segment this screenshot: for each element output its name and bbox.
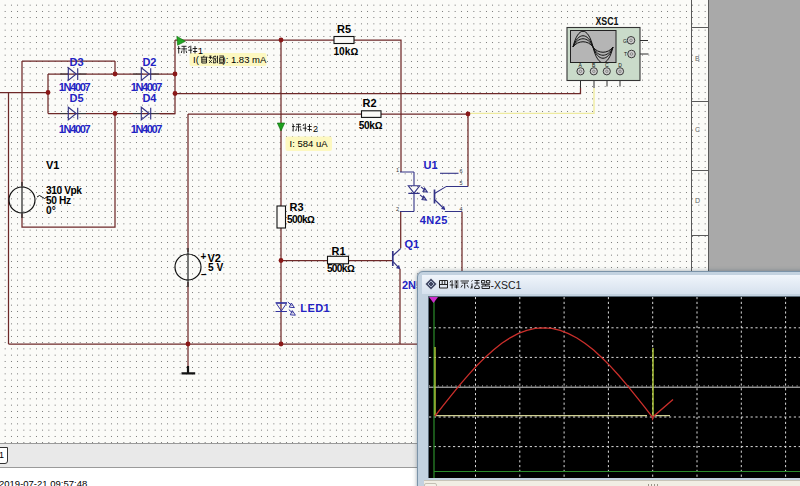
svg-text:D5: D5 [70,92,84,104]
svg-text:R5: R5 [337,23,351,35]
svg-text:4: 4 [460,206,463,212]
svg-text:): 1.83 mA: ): 1.83 mA [223,54,267,65]
svg-text:1: 1 [396,167,399,173]
svg-text:D: D [618,62,622,68]
svg-text:T: T [624,51,627,57]
svg-text:R2: R2 [363,97,377,109]
svg-text:500kΩ: 500kΩ [287,214,315,225]
svg-text:-XSC1: -XSC1 [491,279,522,291]
svg-text:50kΩ: 50kΩ [359,120,383,131]
svg-text:R3: R3 [290,201,304,213]
svg-text:1N4007: 1N4007 [131,123,163,135]
svg-text:V1: V1 [46,159,59,171]
svg-text:1N4007: 1N4007 [59,81,91,93]
svg-text:2: 2 [396,206,399,212]
svg-text:I: 584 uA: I: 584 uA [290,138,329,149]
svg-text:+: + [201,251,207,262]
svg-text:U1: U1 [424,159,438,171]
svg-text:2: 2 [313,124,318,134]
svg-text:C: C [605,62,609,68]
svg-text:0°: 0° [46,205,56,216]
svg-text:XSC1: XSC1 [596,16,619,27]
svg-text:500kΩ: 500kΩ [327,263,355,274]
svg-text:D3: D3 [70,56,84,68]
svg-text:1N4007: 1N4007 [131,81,163,93]
svg-text:R1: R1 [332,245,346,257]
svg-text:1: 1 [198,46,203,56]
svg-text:LED1: LED1 [300,302,330,314]
svg-text:1N4007: 1N4007 [59,123,91,135]
svg-text:D4: D4 [142,92,157,104]
svg-text:6: 6 [460,168,463,174]
svg-text:G: G [623,38,627,44]
svg-text:D2: D2 [142,56,156,68]
svg-text:Q1: Q1 [405,238,420,250]
svg-text:4N25: 4N25 [420,214,448,226]
svg-text:10kΩ: 10kΩ [334,46,359,57]
svg-text:−: − [201,269,207,280]
svg-text:5 V: 5 V [208,262,223,273]
svg-text:5: 5 [460,180,463,186]
